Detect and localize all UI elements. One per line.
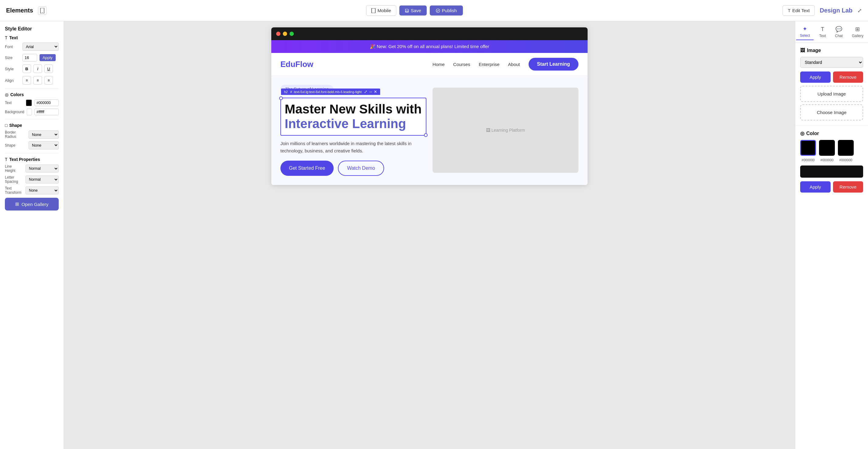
color-apply-button[interactable]: Apply bbox=[800, 181, 831, 192]
style-editor-title: Style Editor bbox=[5, 26, 59, 32]
font-row: Font Arial Georgia Helvetica bbox=[5, 42, 59, 51]
shape-section-header: □ Shape bbox=[5, 123, 59, 128]
color-label-3: #000000 bbox=[838, 158, 854, 162]
size-input[interactable] bbox=[23, 54, 37, 61]
image-section-title: 🖼 Image bbox=[800, 48, 863, 53]
nav-cta-button[interactable]: Start Learning bbox=[529, 58, 579, 70]
text-section-label: Text bbox=[9, 35, 18, 40]
top-bar: Elements Mobile Save Publish T Edit Text… bbox=[0, 0, 868, 21]
expand-icon[interactable]: ⤢ bbox=[857, 7, 862, 14]
text-transform-select[interactable]: NoneUppercaseLowercaseCapitalize bbox=[26, 186, 59, 194]
site-nav-links: Home Courses Enterprise About Start Lear… bbox=[432, 58, 579, 70]
right-panel-tabs: ✦ Select T Text 💬 Chat ⊞ Gallery bbox=[795, 21, 868, 43]
tab-chat[interactable]: 💬 Chat bbox=[832, 24, 846, 40]
align-right-button[interactable]: ≡ bbox=[44, 76, 53, 85]
bg-color-swatch[interactable] bbox=[27, 109, 32, 115]
color-remove-button[interactable]: Remove bbox=[833, 181, 863, 192]
close-icon[interactable]: ✕ bbox=[374, 89, 377, 94]
tab-text[interactable]: T Text bbox=[815, 24, 829, 40]
style-label: Style bbox=[5, 67, 20, 71]
site-logo: EduFlow bbox=[280, 60, 313, 69]
platform-image: 🖼 Learning Platform bbox=[432, 88, 579, 173]
color-swatch-3[interactable] bbox=[838, 140, 854, 156]
letter-spacing-select[interactable]: NormalWideWider bbox=[26, 176, 59, 183]
image-apply-button[interactable]: Apply bbox=[800, 71, 831, 83]
font-select[interactable]: Arial Georgia Helvetica bbox=[23, 42, 59, 51]
underline-button[interactable]: U bbox=[44, 64, 53, 73]
color-section-title: ◎ Color bbox=[800, 130, 863, 136]
color-swatch-2[interactable] bbox=[819, 140, 835, 156]
watch-demo-button[interactable]: Watch Demo bbox=[338, 160, 384, 176]
tab-text-label: Text bbox=[819, 34, 826, 38]
text-props-label: Text Properties bbox=[9, 157, 40, 162]
move-icon[interactable]: ⤢ bbox=[364, 89, 367, 94]
resize-handle-tl[interactable] bbox=[279, 96, 283, 100]
bold-button[interactable]: B bbox=[23, 64, 31, 73]
align-left-button[interactable]: ≡ bbox=[23, 76, 31, 85]
color-action-buttons: Apply Remove bbox=[800, 181, 863, 192]
publish-button[interactable]: Publish bbox=[430, 5, 463, 16]
shape-type-label: Shape bbox=[5, 143, 26, 148]
chat-icon: 💬 bbox=[835, 26, 842, 33]
text-transform-row: Text Transform NoneUppercaseLowercaseCap… bbox=[5, 186, 59, 195]
site-nav: EduFlow Home Courses Enterprise About St… bbox=[271, 53, 588, 76]
resize-icon[interactable]: ↔ bbox=[369, 89, 373, 94]
letter-spacing-row: Letter Spacing NormalWideWider bbox=[5, 175, 59, 184]
elements-title: Elements bbox=[6, 7, 33, 14]
image-remove-button[interactable]: Remove bbox=[833, 71, 863, 83]
promo-bar: 🎉 New: Get 20% off on all annual plans! … bbox=[271, 40, 588, 53]
border-radius-row: Border Radius NoneSmallMediumLarge bbox=[5, 130, 59, 139]
text-color-swatch[interactable] bbox=[26, 99, 32, 106]
hero-heading-box[interactable]: h2 # .text-5xl.lg:text-6xl.font-bold.mb-… bbox=[280, 98, 426, 136]
color-swatch-1[interactable] bbox=[800, 140, 816, 156]
shape-select[interactable]: NoneCircleTriangle bbox=[29, 141, 59, 149]
mobile-frame-icon[interactable] bbox=[38, 6, 46, 15]
text-color-row: Text bbox=[5, 99, 59, 106]
tab-select-label: Select bbox=[800, 33, 810, 38]
nav-courses[interactable]: Courses bbox=[453, 62, 470, 67]
upload-image-button[interactable]: Upload Image bbox=[800, 86, 863, 102]
font-label: Font bbox=[5, 44, 20, 49]
color-swatches-row bbox=[800, 140, 863, 156]
nav-about[interactable]: About bbox=[508, 62, 520, 67]
browser-dot-yellow bbox=[283, 32, 287, 36]
bg-color-row: Background bbox=[5, 109, 59, 115]
image-section: 🖼 Image Standard Custom Apply Remove Upl… bbox=[795, 43, 868, 126]
border-radius-select[interactable]: NoneSmallMediumLarge bbox=[29, 130, 59, 139]
tab-gallery-label: Gallery bbox=[852, 34, 863, 38]
align-center-button[interactable]: ≡ bbox=[33, 76, 42, 85]
text-color-input[interactable] bbox=[34, 99, 59, 106]
hero-desc: Join millions of learners worldwide in m… bbox=[280, 140, 426, 154]
color-label-2: #000000 bbox=[819, 158, 835, 162]
hero-heading: Master New Skills with Interactive Learn… bbox=[285, 102, 422, 131]
top-bar-center: Mobile Save Publish bbox=[366, 5, 463, 16]
text-color-label: Text bbox=[5, 101, 23, 105]
edit-text-button[interactable]: T Edit Text bbox=[782, 5, 815, 16]
color-labels-row: #000000 #000000 #000000 bbox=[800, 158, 863, 162]
open-gallery-button[interactable]: ⊞ Open Gallery bbox=[5, 198, 59, 210]
hero-buttons: Get Started Free Watch Demo bbox=[280, 160, 426, 176]
save-button[interactable]: Save bbox=[399, 5, 427, 16]
image-type-select[interactable]: Standard Custom bbox=[800, 57, 863, 68]
align-label: Align bbox=[5, 78, 20, 83]
get-started-button[interactable]: Get Started Free bbox=[280, 160, 334, 176]
nav-enterprise[interactable]: Enterprise bbox=[479, 62, 499, 67]
size-row: Size Apply bbox=[5, 54, 59, 61]
mobile-button[interactable]: Mobile bbox=[366, 5, 396, 16]
choose-image-button[interactable]: Choose Image bbox=[800, 104, 863, 120]
colors-section-header: ◎ Colors bbox=[5, 92, 59, 97]
tab-select[interactable]: ✦ Select bbox=[796, 24, 813, 40]
style-row: Style B I U bbox=[5, 64, 59, 73]
promo-text: 🎉 New: Get 20% off on all annual plans! … bbox=[370, 44, 489, 49]
tab-gallery[interactable]: ⊞ Gallery bbox=[848, 24, 867, 40]
right-panel: ✦ Select T Text 💬 Chat ⊞ Gallery 🖼 Image bbox=[795, 21, 868, 449]
italic-button[interactable]: I bbox=[33, 64, 42, 73]
hero-left: The Future of Learning h2 # .text-5xl.lg… bbox=[280, 85, 426, 176]
bg-color-input[interactable] bbox=[34, 109, 59, 115]
size-apply-button[interactable]: Apply bbox=[39, 54, 56, 61]
resize-handle-br[interactable] bbox=[424, 133, 428, 137]
heading-tag-label: h2 bbox=[284, 90, 288, 94]
nav-home[interactable]: Home bbox=[432, 62, 445, 67]
text-transform-label: Text Transform bbox=[5, 186, 23, 195]
line-height-select[interactable]: Normal1.52 bbox=[26, 164, 59, 173]
